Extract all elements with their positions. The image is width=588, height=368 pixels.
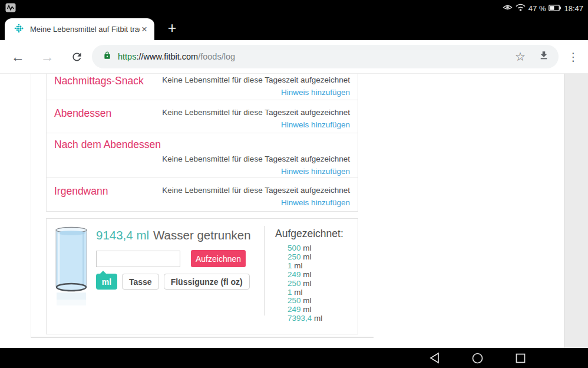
meal-empty-message: Keine Lebensmittel für diese Tageszeit a… — [162, 186, 350, 195]
recorded-item: 1 ml — [288, 262, 355, 271]
android-home-button[interactable] — [471, 352, 483, 364]
recorded-section: Aufgezeichnet: 500 ml 250 ml 1 ml 249 ml… — [275, 228, 355, 323]
water-amount-input[interactable] — [96, 251, 180, 267]
android-recents-button[interactable] — [514, 352, 526, 364]
back-button[interactable]: ← — [6, 40, 29, 74]
download-icon[interactable] — [539, 50, 549, 63]
url-path: /foods/log — [198, 52, 235, 61]
meal-table: Nachmittags-Snack Keine Lebensmittel für… — [46, 74, 358, 212]
add-note-link[interactable]: Hinweis hinzufügen — [162, 87, 350, 97]
water-total-value: 9143,4 ml — [96, 228, 149, 242]
meal-title: Irgendwann — [54, 185, 108, 211]
clock-text: 18:47 — [564, 4, 583, 13]
status-bar: 47 % 18:47 — [0, 0, 588, 17]
water-unit-row: ml Tasse Flüssigunze (fl oz) — [96, 274, 256, 290]
add-note-link[interactable]: Hinweis hinzufügen — [162, 198, 350, 208]
new-tab-button[interactable]: + — [163, 19, 181, 37]
tab-close-icon[interactable]: × — [140, 24, 148, 34]
meal-row-nachmittags-snack: Nachmittags-Snack Keine Lebensmittel für… — [47, 74, 358, 100]
wifi-icon — [516, 4, 526, 13]
page-content: Nachmittags-Snack Keine Lebensmittel für… — [0, 74, 588, 348]
recorded-item: 250 ml — [288, 253, 355, 262]
meal-title: Abendessen — [54, 107, 111, 133]
unit-button-ml[interactable]: ml — [96, 274, 117, 290]
url-text: https://www.fitbit.com/foods/log — [118, 52, 515, 61]
bookmark-star-icon[interactable]: ☆ — [515, 50, 526, 64]
android-nav-bar — [0, 348, 588, 368]
recorded-item: 500 ml — [288, 244, 355, 253]
browser-menu-icon[interactable]: ⋮ — [566, 40, 581, 74]
water-total-label: Wasser getrunken — [153, 228, 251, 242]
lock-icon — [103, 51, 111, 63]
water-tracker-card: 9143,4 mlWasser getrunken Aufzeichnen ml… — [46, 218, 358, 334]
recorded-item: 250 ml — [288, 280, 355, 288]
forward-button[interactable]: → — [35, 40, 59, 74]
unit-button-tasse[interactable]: Tasse — [122, 274, 159, 290]
fitbit-favicon-icon — [14, 24, 24, 35]
meal-row-nach-dem-abendessen: Nach dem Abendessen Keine Lebensmittel f… — [47, 133, 358, 178]
battery-icon — [549, 4, 561, 13]
recorded-item: 1 ml — [288, 288, 355, 297]
android-back-button[interactable] — [428, 352, 440, 364]
tab-title: Meine Lebensmittel auf Fitbit trac — [30, 25, 140, 34]
browser-tab[interactable]: Meine Lebensmittel auf Fitbit trac × — [5, 18, 154, 40]
url-host: ://www.fitbit.com — [136, 52, 198, 61]
water-log-section: 9143,4 mlWasser getrunken Aufzeichnen ml… — [96, 228, 256, 290]
add-note-link[interactable]: Hinweis hinzufügen — [162, 120, 350, 130]
card-divider — [264, 226, 265, 316]
browser-toolbar: ← → https://www.fitbit.com/foods/log ☆ ⋮ — [0, 40, 588, 74]
tab-strip: Meine Lebensmittel auf Fitbit trac × + — [0, 17, 588, 40]
scrollbar-track[interactable] — [564, 74, 588, 348]
meal-title: Nachmittags-Snack — [54, 75, 144, 100]
recorded-list: 500 ml 250 ml 1 ml 249 ml 250 ml 1 ml 25… — [275, 244, 355, 323]
recorded-item: 7393,4 ml — [288, 314, 355, 323]
recorded-item: 249 ml — [288, 305, 355, 314]
water-total: 9143,4 mlWasser getrunken — [96, 228, 256, 242]
screen-recorder-icon — [5, 3, 16, 15]
meal-empty-message: Keine Lebensmittel für diese Tageszeit a… — [162, 75, 350, 84]
recorded-header: Aufgezeichnet: — [275, 228, 355, 240]
eye-comfort-icon — [503, 4, 513, 13]
battery-percent-text: 47 % — [528, 4, 546, 13]
meal-title: Nach dem Abendessen — [54, 139, 350, 151]
meal-empty-message: Keine Lebensmittel für diese Tageszeit a… — [162, 108, 350, 117]
recorded-item: 249 ml — [288, 271, 355, 280]
screen: 47 % 18:47 Meine Lebensmit — [0, 0, 588, 368]
meal-row-abendessen: Abendessen Keine Lebensmittel für diese … — [47, 100, 358, 133]
recorded-item: 250 ml — [288, 297, 355, 305]
add-note-link[interactable]: Hinweis hinzufügen — [54, 166, 350, 176]
url-scheme: https — [118, 52, 136, 61]
log-water-button[interactable]: Aufzeichnen — [191, 250, 246, 267]
url-bar[interactable]: https://www.fitbit.com/foods/log ☆ — [92, 45, 559, 68]
reload-button[interactable] — [65, 40, 88, 74]
status-right-cluster: 47 % 18:47 — [503, 0, 583, 17]
meal-empty-message: Keine Lebensmittel für diese Tageszeit a… — [162, 155, 350, 163]
water-glass-image — [53, 225, 90, 310]
meal-row-irgendwann: Irgendwann Keine Lebensmittel für diese … — [47, 178, 358, 211]
unit-button-floz[interactable]: Flüssigunze (fl oz) — [164, 274, 250, 290]
